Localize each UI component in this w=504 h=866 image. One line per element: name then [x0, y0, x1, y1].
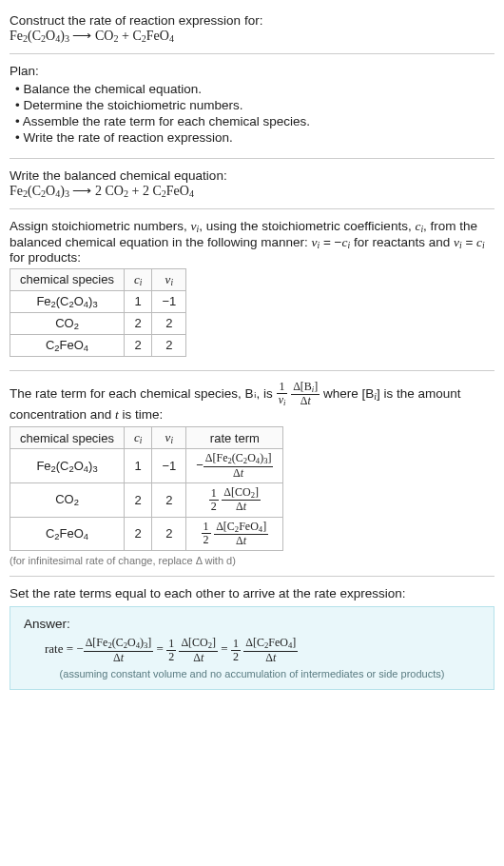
col-header: rate term — [186, 427, 283, 449]
footnote: (for infinitesimal rate of change, repla… — [10, 555, 494, 566]
col-header: ci — [125, 268, 152, 290]
plan-item: Assemble the rate term for each chemical… — [15, 114, 494, 128]
balanced-block: Write the balanced chemical equation: Fe… — [10, 163, 494, 205]
cell: 2 — [125, 312, 152, 334]
plan-block: Plan: Balance the chemical equation. Det… — [10, 58, 494, 154]
divider — [10, 158, 494, 159]
table-row: C2FeO4 2 2 — [10, 334, 186, 356]
plan-list: Balance the chemical equation. Determine… — [15, 82, 494, 145]
cell-species: Fe2(C2O4)3 — [10, 290, 125, 312]
cell: 2 — [152, 334, 186, 356]
table-header-row: chemical species ci νi — [10, 268, 186, 290]
cell: 2 — [125, 483, 152, 518]
cell-species: CO2 — [10, 483, 125, 518]
table-row: CO2 2 2 12 Δ[CO2]Δt — [10, 483, 283, 518]
stoich-text: Assign stoichiometric numbers, νi, using… — [10, 219, 494, 264]
cell: 1 — [125, 449, 152, 483]
plan-item: Determine the stoichiometric numbers. — [15, 98, 494, 112]
cell: 2 — [125, 517, 152, 551]
cell: 2 — [152, 517, 186, 551]
title-block: Construct the rate of reaction expressio… — [10, 8, 494, 49]
table-row: CO2 2 2 — [10, 312, 186, 334]
set-equal-block: Set the rate terms equal to each other t… — [10, 581, 494, 696]
rate-expression: rate = −Δ[Fe2(C2O4)3]Δt = 12 Δ[CO2]Δt = … — [24, 631, 480, 668]
divider — [10, 208, 494, 209]
rate-term-table: chemical species ci νi rate term Fe2(C2O… — [10, 426, 283, 551]
balanced-title: Write the balanced chemical equation: — [10, 168, 494, 183]
unbalanced-equation: Fe2(C2O4)3 ⟶ CO2 + C2FeO4 — [10, 28, 494, 44]
plan-item: Balance the chemical equation. — [15, 82, 494, 96]
balanced-equation: Fe2(C2O4)3 ⟶ 2 CO2 + 2 C2FeO4 — [10, 183, 494, 199]
table-row: C2FeO4 2 2 12 Δ[C2FeO4]Δt — [10, 517, 283, 551]
fraction-icon: Δ[Bi]Δt — [291, 381, 320, 408]
col-header: chemical species — [10, 268, 125, 290]
answer-title: Answer: — [24, 617, 480, 631]
plan-title: Plan: — [10, 64, 494, 78]
divider — [10, 53, 494, 54]
col-header: chemical species — [10, 427, 125, 449]
rate-term-text: The rate term for each chemical species,… — [10, 381, 494, 423]
cell: −1 — [152, 290, 186, 312]
table-row: Fe2(C2O4)3 1 −1 −Δ[Fe2(C2O4)3]Δt — [10, 449, 283, 483]
col-header: ci — [125, 427, 152, 449]
col-header: νi — [152, 268, 186, 290]
cell-species: Fe2(C2O4)3 — [10, 449, 125, 483]
cell: −1 — [152, 449, 186, 483]
col-header: νi — [152, 427, 186, 449]
cell: 1 — [125, 290, 152, 312]
stoich-block: Assign stoichiometric numbers, νi, using… — [10, 213, 494, 365]
rate-term-block: The rate term for each chemical species,… — [10, 375, 494, 572]
table-header-row: chemical species ci νi rate term — [10, 427, 283, 449]
cell: 2 — [152, 312, 186, 334]
cell-rate: 12 Δ[CO2]Δt — [186, 483, 283, 518]
cell-species: CO2 — [10, 312, 125, 334]
answer-box: Answer: rate = −Δ[Fe2(C2O4)3]Δt = 12 Δ[C… — [10, 606, 494, 690]
table-row: Fe2(C2O4)3 1 −1 — [10, 290, 186, 312]
divider — [10, 370, 494, 371]
plan-item: Write the rate of reaction expression. — [15, 130, 494, 145]
cell-rate: 12 Δ[C2FeO4]Δt — [186, 517, 283, 551]
fraction-icon: 1νi — [277, 381, 288, 408]
set-equal-text: Set the rate terms equal to each other t… — [10, 586, 494, 600]
cell: 2 — [152, 483, 186, 518]
stoich-table: chemical species ci νi Fe2(C2O4)3 1 −1 C… — [10, 268, 186, 357]
cell-rate: −Δ[Fe2(C2O4)3]Δt — [186, 449, 283, 483]
title-text: Construct the rate of reaction expressio… — [10, 13, 494, 28]
cell-species: C2FeO4 — [10, 517, 125, 551]
cell: 2 — [125, 334, 152, 356]
cell-species: C2FeO4 — [10, 334, 125, 356]
answer-note: (assuming constant volume and no accumul… — [24, 668, 480, 679]
divider — [10, 576, 494, 577]
